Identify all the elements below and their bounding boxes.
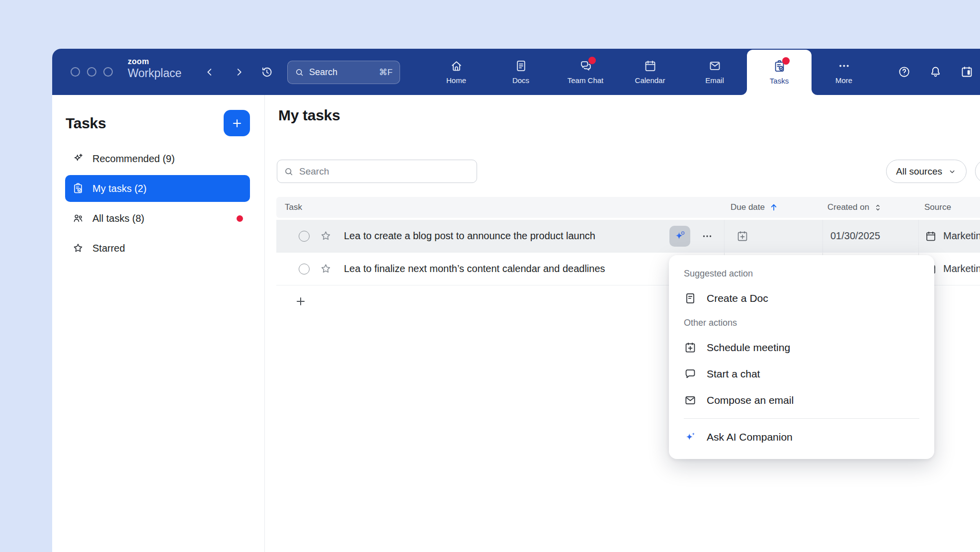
- back-button[interactable]: [203, 65, 217, 79]
- tab-tasks[interactable]: Tasks: [747, 50, 812, 95]
- navbar-tabs: Home Docs Team Chat Calendar Email: [424, 49, 876, 95]
- tab-email[interactable]: Email: [682, 49, 747, 95]
- tab-label: Docs: [512, 76, 529, 85]
- star-icon: [72, 242, 84, 254]
- ai-companion-button[interactable]: [669, 226, 690, 247]
- menu-item-create-doc[interactable]: Create a Doc: [669, 285, 934, 311]
- menu-item-start-chat[interactable]: Start a chat: [669, 361, 934, 387]
- menu-item-label: Compose an email: [707, 394, 794, 406]
- add-due-date-icon[interactable]: [736, 230, 749, 243]
- chat-bubble-icon: [684, 368, 697, 380]
- column-header-task: Task: [276, 202, 724, 212]
- all-sources-filter[interactable]: All sources: [886, 160, 967, 183]
- tab-docs[interactable]: Docs: [489, 49, 553, 95]
- chevron-right-icon: [234, 67, 245, 78]
- sidebar-item-label: All tasks (8): [92, 213, 144, 224]
- task-complete-checkbox[interactable]: [299, 231, 310, 242]
- more-icon: [837, 59, 851, 73]
- menu-item-label: Ask AI Companion: [707, 431, 793, 443]
- search-shortcut-label: ⌘F: [379, 67, 393, 78]
- window-minimize-button[interactable]: [87, 67, 96, 77]
- global-search-button[interactable]: Search ⌘F: [287, 61, 400, 84]
- add-task-button[interactable]: [224, 110, 250, 136]
- chevron-left-icon: [204, 67, 215, 78]
- task-title: Lea to finalize next month’s content cal…: [344, 263, 605, 275]
- menu-item-schedule-meeting[interactable]: Schedule meeting: [669, 334, 934, 361]
- logo-workplace-text: Workplace: [128, 68, 181, 79]
- window-close-button[interactable]: [71, 67, 80, 77]
- clipboard-check-icon: [72, 183, 84, 194]
- email-icon: [708, 59, 722, 73]
- task-title: Lea to create a blog post to announce th…: [344, 230, 595, 242]
- task-complete-checkbox[interactable]: [299, 264, 310, 275]
- menu-item-compose-email[interactable]: Compose an email: [669, 387, 934, 413]
- notifications-icon[interactable]: [929, 65, 942, 79]
- tab-calendar[interactable]: Calendar: [618, 49, 682, 95]
- plus-icon: [294, 295, 307, 308]
- menu-item-label: Start a chat: [707, 368, 760, 380]
- tab-home[interactable]: Home: [424, 49, 489, 95]
- search-icon: [284, 167, 294, 177]
- tab-label: Calendar: [635, 76, 665, 85]
- window-zoom-button[interactable]: [103, 67, 113, 77]
- sidebar-item-label: My tasks (2): [92, 183, 147, 194]
- sidebar-item-label: Starred: [92, 243, 125, 254]
- tab-label: Team Chat: [568, 76, 604, 85]
- column-header-created-on[interactable]: Created on: [827, 202, 918, 212]
- chevron-down-icon: [948, 167, 957, 176]
- task-actions-popup: Suggested action Create a Doc Other acti…: [669, 255, 934, 459]
- source-label: Marketing: [943, 230, 980, 242]
- tab-label: Tasks: [770, 77, 789, 85]
- unread-badge: [237, 215, 243, 222]
- history-button[interactable]: [260, 65, 274, 79]
- filter-button-cutoff[interactable]: [975, 160, 980, 183]
- star-icon[interactable]: [320, 263, 332, 275]
- tab-team-chat[interactable]: Team Chat: [553, 49, 618, 95]
- column-header-due-date[interactable]: Due date: [731, 202, 822, 212]
- window-controls: [71, 67, 113, 77]
- task-more-menu-button[interactable]: [701, 230, 713, 242]
- ai-sparkle-icon: [673, 230, 686, 243]
- sort-ascending-icon: [769, 202, 779, 212]
- menu-item-ask-ai-companion[interactable]: Ask AI Companion: [669, 424, 934, 450]
- calendar-icon: [644, 59, 657, 73]
- sort-toggle-icon: [873, 203, 883, 212]
- all-sources-label: All sources: [896, 166, 942, 177]
- tasks-sidebar: Tasks Recommended (9) My tasks (2) All t…: [52, 95, 265, 552]
- page-title: My tasks: [278, 107, 340, 124]
- task-search-input[interactable]: [298, 166, 470, 178]
- top-navbar: zoom Workplace Search ⌘F Home Docs: [52, 49, 980, 95]
- unread-badge: [588, 57, 596, 64]
- contacts-panel-icon[interactable]: [960, 65, 974, 79]
- source-label: Marketing: [943, 263, 980, 275]
- zoom-workplace-logo: zoom Workplace: [128, 58, 181, 79]
- sidebar-item-starred[interactable]: Starred: [65, 235, 250, 262]
- sidebar-item-label: Recommended (9): [92, 153, 175, 165]
- task-search-field[interactable]: [277, 160, 477, 183]
- envelope-icon: [684, 394, 697, 407]
- column-header-source: Source: [918, 202, 980, 212]
- other-actions-label: Other actions: [669, 311, 934, 334]
- tab-more[interactable]: More: [812, 49, 876, 95]
- search-icon: [295, 68, 304, 77]
- tab-label: More: [835, 76, 852, 85]
- table-row[interactable]: Lea to create a blog post to announce th…: [276, 220, 980, 253]
- calendar-plus-icon: [684, 341, 697, 354]
- sidebar-title: Tasks: [66, 115, 106, 132]
- sidebar-item-my-tasks[interactable]: My tasks (2): [65, 175, 250, 202]
- people-icon: [72, 212, 84, 224]
- ai-companion-icon: [684, 431, 697, 444]
- forward-button[interactable]: [232, 65, 246, 79]
- created-on-cell: 01/30/2025: [822, 220, 918, 252]
- menu-divider: [684, 418, 919, 419]
- menu-item-label: Schedule meeting: [707, 342, 790, 354]
- sidebar-item-all-tasks[interactable]: All tasks (8): [65, 205, 250, 232]
- doc-icon: [684, 292, 697, 305]
- global-search-placeholder: Search: [309, 67, 337, 78]
- logo-zoom-text: zoom: [128, 58, 181, 66]
- sidebar-item-recommended[interactable]: Recommended (9): [65, 145, 250, 172]
- star-icon[interactable]: [320, 230, 332, 242]
- help-icon[interactable]: [898, 65, 911, 79]
- sidebar-menu: Recommended (9) My tasks (2) All tasks (…: [52, 145, 264, 262]
- plus-icon: [231, 117, 244, 130]
